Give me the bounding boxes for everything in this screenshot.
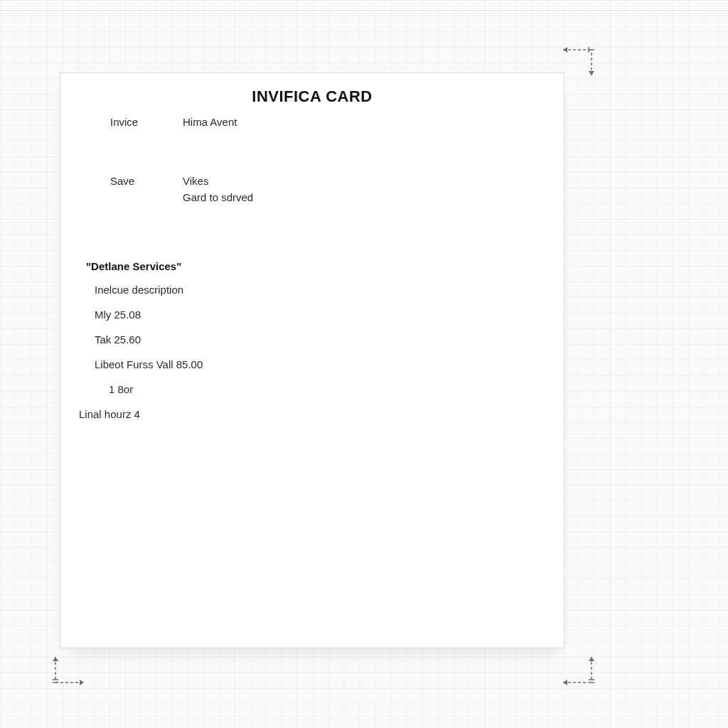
service-line: Mly 25.08 — [95, 309, 548, 321]
section-title-services: "Detlane Services" — [86, 260, 548, 272]
field-invoice-label: Invice — [76, 116, 183, 128]
field-save-value: Vikes — [183, 175, 208, 187]
dimension-arrow-icon — [48, 653, 90, 690]
dimension-arrow-icon — [557, 44, 599, 81]
service-line: Linal hourz 4 — [79, 408, 548, 420]
top-divider — [0, 10, 728, 11]
field-save-sub: Gard to sdrved — [183, 191, 548, 203]
card-title: INVIFICA CARD — [76, 87, 548, 106]
field-save: Save Vikes — [76, 175, 548, 187]
service-line: Inelcue description — [95, 284, 548, 296]
service-line: Tak 25.60 — [95, 333, 548, 346]
field-save-label: Save — [76, 175, 183, 187]
service-line: Libeot Furss Vall 85.00 — [95, 358, 548, 370]
dimension-arrow-icon — [557, 653, 599, 690]
service-line: 1 8or — [109, 383, 548, 395]
field-invoice: Invice Hima Avent — [76, 116, 548, 128]
invoice-card: INVIFICA CARD Invice Hima Avent Save Vik… — [60, 73, 564, 648]
field-invoice-value: Hima Avent — [183, 116, 237, 128]
